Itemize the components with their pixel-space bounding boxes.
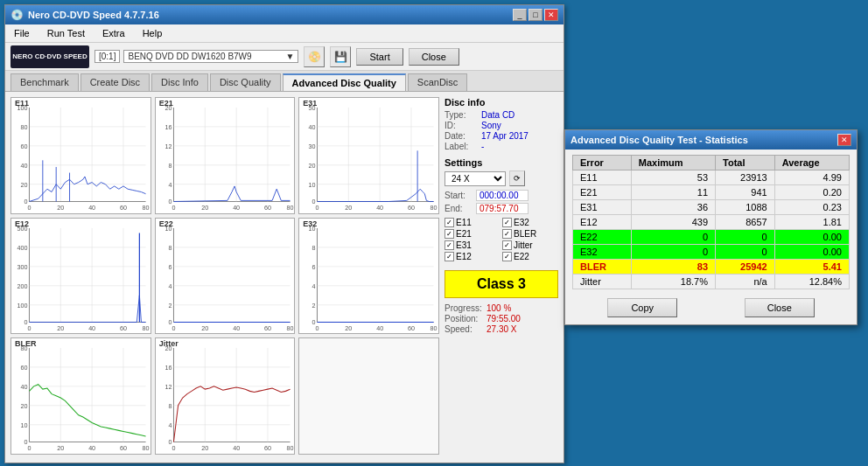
stats-row-total: 25942 [716,260,775,275]
cb-e32-box[interactable]: ✓ [502,218,512,227]
cb-bler-box[interactable]: ✓ [502,229,512,239]
stats-table-wrapper: Error Maximum Total Average E11 53 23913… [565,150,857,293]
end-time-row: End: 079:57.70 [444,203,558,214]
label-label: Label: [444,142,478,151]
cb-e21-box[interactable]: ✓ [444,229,454,239]
progress-row: Progress: 100 % [444,303,558,313]
disc-info-title: Disc info [444,97,558,108]
svg-text:40: 40 [88,324,95,332]
svg-rect-150 [156,338,295,454]
stats-row-error: E12 [573,215,632,230]
svg-text:60: 60 [20,364,27,372]
stats-row-avg: 0.00 [774,245,849,260]
speed-row: 24 X 8 X 16 X 32 X 48 X MAX ⟳ [444,170,558,186]
stats-close-x-btn[interactable]: ✕ [837,134,851,146]
id-value: Sony [481,121,501,130]
svg-text:20: 20 [201,444,208,452]
svg-text:30: 30 [309,143,316,150]
stats-row-total: n/a [716,275,775,289]
svg-text:0: 0 [172,324,175,332]
svg-text:60: 60 [408,324,415,332]
start-time-value: 000:00.00 [476,190,528,201]
cb-e32: ✓ E32 [502,218,558,227]
chart-e11: E11 100 80 60 [10,97,151,214]
maximize-btn[interactable]: □ [528,9,542,21]
end-time-label: End: [444,204,472,213]
cb-e12-label: E12 [456,252,472,261]
tab-advanced-disc-quality[interactable]: Advanced Disc Quality [283,73,406,91]
tab-disc-info[interactable]: Disc Info [151,73,208,91]
stats-table: Error Maximum Total Average E11 53 23913… [572,155,850,289]
app-title: Nero CD-DVD Speed 4.7.7.16 [28,10,159,20]
window-close-btn[interactable]: ✕ [544,9,558,21]
svg-text:20: 20 [20,181,27,189]
svg-text:100: 100 [18,301,28,309]
tab-benchmark[interactable]: Benchmark [10,73,79,91]
speed-icon-btn[interactable]: ⟳ [509,170,525,186]
right-panel: Disc info Type: Data CD ID: Sony Date: 1… [444,97,558,455]
svg-text:10: 10 [309,181,316,189]
minimize-btn[interactable]: _ [513,9,527,21]
chart-e22: E22 10 8 6 4 2 0 0 20 40 [155,218,296,335]
cb-e22-box[interactable]: ✓ [502,252,512,261]
svg-text:0: 0 [27,324,31,332]
progress-section: Progress: 100 % Position: 79:55.00 Speed… [444,303,558,335]
cb-jitter-box[interactable]: ✓ [502,240,512,250]
svg-text:0: 0 [316,204,319,212]
cb-e31: ✓ E31 [444,240,500,250]
svg-text:4: 4 [168,421,172,429]
stats-row-total: 0 [716,245,775,260]
tab-scandisc[interactable]: ScanDisc [408,73,467,91]
stats-copy-button[interactable]: Copy [607,298,677,317]
stats-close-button[interactable]: Close [745,298,815,317]
progress-label: Progress: [444,303,483,313]
menu-help[interactable]: Help [137,26,168,40]
svg-text:20: 20 [201,204,208,212]
settings-section: Settings 24 X 8 X 16 X 32 X 48 X MAX ⟳ S… [444,157,558,261]
type-value: Data CD [481,110,514,120]
col-error: Error [573,156,632,170]
stats-row-max: 0 [631,245,715,260]
svg-text:20: 20 [346,204,353,212]
cb-e11-box[interactable]: ✓ [444,218,454,227]
stats-row-avg: 0.00 [774,230,849,245]
disc-info-section: Disc info Type: Data CD ID: Sony Date: 1… [444,97,558,152]
cb-e12: ✓ E12 [444,252,500,261]
start-button[interactable]: Start [356,48,402,66]
svg-text:400: 400 [18,244,28,252]
stats-row-max: 11 [631,185,715,200]
cb-bler: ✓ BLER [502,229,558,239]
svg-text:0: 0 [172,204,175,212]
svg-text:20: 20 [57,204,64,212]
menu-run-test[interactable]: Run Test [42,26,90,40]
label-value: - [481,142,484,151]
menu-extra[interactable]: Extra [97,26,130,40]
svg-text:40: 40 [20,383,27,391]
svg-text:12: 12 [164,383,172,391]
cb-e31-box[interactable]: ✓ [444,240,454,250]
speed-select[interactable]: 24 X 8 X 16 X 32 X 48 X MAX [444,171,506,186]
stats-row-max: 53 [631,170,715,185]
cb-e12-box[interactable]: ✓ [444,252,454,261]
stats-row-avg: 4.99 [774,170,849,185]
save-icon-btn[interactable]: 💾 [330,46,351,67]
tab-bar: Benchmark Create Disc Disc Info Disc Qua… [5,71,564,92]
tab-create-disc[interactable]: Create Disc [80,73,150,91]
close-button[interactable]: Close [409,48,459,66]
date-value: 17 Apr 2017 [481,131,528,141]
svg-text:20: 20 [309,162,316,170]
tab-disc-quality[interactable]: Disc Quality [210,73,281,91]
start-time-row: Start: 000:00.00 [444,190,558,201]
toolbar: NERO CD·DVD SPEED [0:1] BENQ DVD DD DW16… [5,43,564,71]
menu-file[interactable]: File [9,26,35,40]
stats-row-max: 18.7% [631,275,715,289]
window-controls: _ □ ✕ [513,9,558,21]
cb-e32-label: E32 [514,218,529,227]
svg-text:40: 40 [88,444,95,452]
drive-dropdown[interactable]: BENQ DVD DD DW1620 B7W9 ▼ [123,50,298,63]
cb-e21-label: E21 [456,229,472,239]
type-label: Type: [444,110,478,120]
svg-text:60: 60 [120,204,127,212]
disc-icon-btn[interactable]: 📀 [304,46,325,67]
stats-row-error: BLER [573,260,632,275]
